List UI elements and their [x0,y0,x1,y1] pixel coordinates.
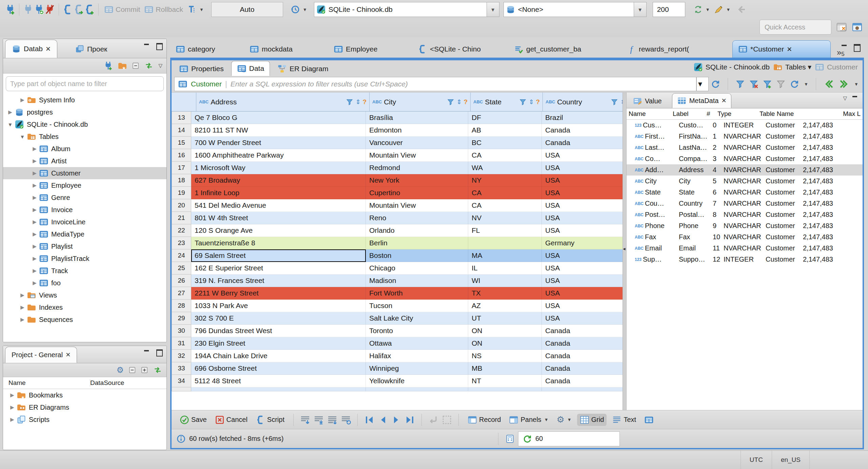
cell-address[interactable]: 627 Broadway [191,174,366,187]
tree-item-playlist[interactable]: ▶Playlist [3,240,166,252]
cell-city[interactable]: Brasília [366,111,468,124]
link-with-editor-icon[interactable] [153,365,162,375]
sql-format-button[interactable]: ▼ [714,5,731,14]
cell-city[interactable]: Winnipeg [366,362,468,375]
cell-country[interactable]: Germany [542,237,623,249]
column-name[interactable]: Name [3,379,90,387]
tree-item-sqlite---chinook-db[interactable]: ▼SQLite - Chinook.db [3,118,166,130]
cell-country[interactable]: Canada [542,325,623,337]
cell-state[interactable]: BC [468,137,542,149]
metadata-row[interactable]: ABCFirst…FirstNa…1NVARCHARCustomer2,147,… [627,131,863,142]
tree-item-artist[interactable]: ▶Artist [3,155,166,167]
filter-history-dropdown[interactable]: ▼ [696,77,709,91]
minimize-icon[interactable] [143,43,151,49]
column-header-country[interactable]: ABCCountry⇕? [543,93,623,111]
breadcrumb-tables[interactable]: Tables ▾ [773,62,811,72]
column-sort-icon[interactable]: ⇕ [456,98,461,106]
tab-database-navigator[interactable]: Datab ✕ [5,40,57,58]
cell-address[interactable]: Qe 7 Bloco G [191,111,366,124]
row-number-cell[interactable]: 30 [172,325,191,337]
metadata-column-type[interactable]: Type [715,110,757,118]
tree-expander-icon[interactable]: ▶ [18,304,27,310]
metadata-row[interactable]: ABCCou…Country7NVARCHARCustomer2,147,483 [627,198,863,209]
collapse-all-icon[interactable] [132,62,139,69]
tab-value[interactable]: Value [628,94,667,108]
tree-expander-icon[interactable]: ▶ [30,207,39,213]
column-help-icon[interactable]: ? [362,98,367,106]
database-select-dropdown[interactable]: ▼ [487,2,499,17]
project-item-scripts[interactable]: ▶Scripts [3,413,166,426]
column-header-city[interactable]: ABCCity⇕? [370,93,471,111]
cell-country[interactable]: USA [542,187,623,199]
cell-state[interactable]: CA [468,187,542,199]
tree-item-indexes[interactable]: ▶Indexes [3,301,166,313]
tree-expander-icon[interactable]: ▶ [6,109,15,115]
metadata-row[interactable]: ABCAdd…Address4NVARCHARCustomer2,147,483 [627,164,863,176]
tree-item-table-triggers[interactable]: ▶Table Triggers [3,326,166,327]
cell-country[interactable]: Brazil [542,111,623,124]
tree-item-customer[interactable]: ▶Customer [3,167,166,179]
metadata-row[interactable]: ABCLast…LastNa…2NVARCHARCustomer2,147,48… [627,142,863,153]
cell-country[interactable]: USA [542,262,623,274]
editor-tab-customer[interactable]: *Customer✕ [732,40,831,58]
tree-expander-icon[interactable]: ▶ [30,158,39,164]
editor-tab-sqlitechino[interactable]: <SQLite - Chino [412,41,509,58]
record-mode-button[interactable]: Record [465,414,504,426]
column-filter-icon[interactable] [447,98,454,106]
cell-city[interactable]: Fort Worth [366,287,468,300]
previous-page-icon[interactable] [824,79,834,89]
tree-item-views[interactable]: ▶Views [3,289,166,301]
tree-item-track[interactable]: ▶Track [3,265,166,277]
view-menu-icon[interactable]: ▽ [843,95,847,101]
column-filter-icon[interactable] [519,98,527,106]
cell-city[interactable]: Madison [366,274,468,287]
cell-address[interactable]: 194A Chain Lake Drive [191,350,366,362]
minimize-icon[interactable] [852,95,859,101]
cell-city[interactable]: Cupertino [366,187,468,199]
column-help-icon[interactable]: ? [463,98,468,106]
new-connection-icon[interactable] [103,61,113,70]
schema-select-dropdown[interactable]: ▼ [634,2,646,17]
cell-country[interactable]: Canada [542,362,623,375]
column-filter-icon[interactable] [611,98,618,106]
tree-expander-icon[interactable]: ▶ [30,268,39,274]
metadata-column-maxl[interactable]: Max L [795,110,863,118]
cell-country[interactable]: Canada [542,350,623,362]
cell-city[interactable]: Mountain View [366,149,468,162]
cell-address[interactable]: 319 N. Frances Street [191,274,366,287]
cell-country[interactable]: USA [542,274,623,287]
row-number-cell[interactable]: 29 [172,312,191,325]
remove-filter-icon[interactable] [749,79,758,89]
metadata-row[interactable]: ABCFaxFax10NVARCHARCustomer2,147,483 [627,231,863,243]
project-item-er-diagrams[interactable]: ▶ER Diagrams [3,401,166,413]
tree-expander-icon[interactable]: ▶ [8,404,17,410]
new-sql-editor-icon[interactable] [84,4,95,15]
cell-address[interactable]: 8210 111 ST NW [191,124,366,137]
row-number-cell[interactable]: 32 [172,350,191,362]
tree-expander-icon[interactable]: ▶ [30,182,39,188]
reconnect-icon[interactable] [34,4,44,15]
cell-address[interactable]: 230 Elgin Street [191,337,366,350]
cell-city[interactable]: Berlin [366,237,468,249]
cell-city[interactable]: Toronto [366,325,468,337]
cell-state[interactable]: IL [468,262,542,274]
tree-item-playlisttrack[interactable]: ▶PlaylistTrack [3,252,166,265]
tab-project-general[interactable]: Project - General ✕ [5,347,77,363]
cell-state[interactable]: WI [468,274,542,287]
row-number-cell[interactable]: 23 [172,237,191,249]
back-history-icon[interactable] [736,4,747,15]
row-number-cell[interactable]: 19 [172,187,191,199]
panel-splitter[interactable]: ◂ [623,93,627,410]
cell-country[interactable]: USA [542,287,623,300]
row-number-cell[interactable]: 17 [172,162,191,174]
maximize-icon[interactable] [156,349,163,355]
panels-button[interactable]: Panels▼ [506,414,551,426]
tree-item-sequences[interactable]: ▶Sequences [3,313,166,326]
expand-all-icon[interactable] [141,366,148,374]
cell-address[interactable]: 69 Salem Street [191,249,366,262]
settings-button[interactable]: ⚙▼ [554,413,574,426]
cancel-button[interactable]: Cancel [212,414,250,426]
metadata-column-label[interactable]: Label [671,110,705,118]
cell-state[interactable]: NY [468,174,542,187]
row-number-cell[interactable]: 31 [172,337,191,350]
